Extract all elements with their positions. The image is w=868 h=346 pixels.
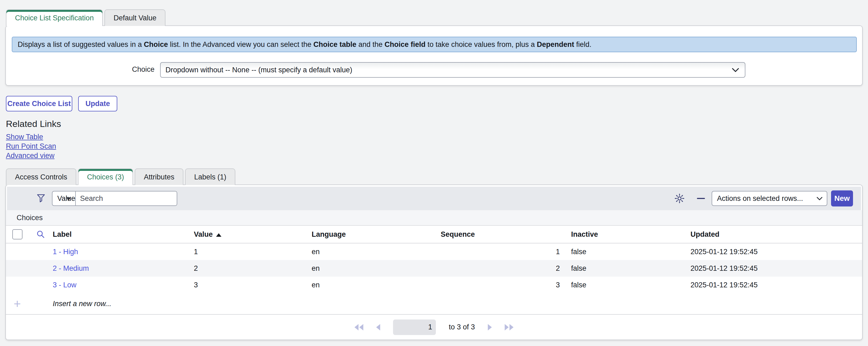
- column-header-sequence[interactable]: Sequence: [441, 230, 562, 239]
- choice-select[interactable]: Dropdown without -- None -- (must specif…: [160, 62, 745, 78]
- form-tab-bar: Choice List Specification Default Value: [6, 9, 167, 26]
- cell-sequence: 2: [441, 264, 562, 273]
- collapse-dash-icon[interactable]: [697, 198, 705, 199]
- cell-updated: 2025-01-12 19:52:45: [680, 264, 862, 273]
- cell-value: 3: [194, 281, 312, 289]
- pagination-bar: to 3 of 3: [6, 314, 862, 340]
- cell-sequence: 1: [441, 248, 562, 256]
- select-all-checkbox[interactable]: [12, 229, 23, 240]
- actions-on-selected-rows-select[interactable]: Actions on selected rows...: [712, 191, 827, 206]
- plus-icon[interactable]: +: [14, 297, 21, 310]
- cell-sequence: 3: [441, 281, 562, 289]
- last-page-icon[interactable]: [505, 324, 514, 331]
- new-button[interactable]: New: [831, 190, 853, 207]
- insert-new-row[interactable]: + Insert a new row...: [6, 293, 862, 314]
- update-button[interactable]: Update: [78, 96, 117, 112]
- table-row: 2 - Medium 2 en 2 false 2025-01-12 19:52…: [6, 260, 862, 277]
- list-tab-bar: Access Controls Choices (3) Attributes L…: [6, 168, 237, 185]
- first-page-icon[interactable]: [354, 324, 363, 331]
- cell-language: en: [312, 264, 441, 273]
- tab-access-controls[interactable]: Access Controls: [6, 168, 76, 185]
- cell-inactive: false: [562, 248, 680, 256]
- related-links-title: Related Links: [6, 119, 61, 129]
- filter-funnel-icon[interactable]: [37, 194, 45, 203]
- tab-choices[interactable]: Choices (3): [78, 168, 133, 185]
- list-toolbar: Value Actions on selected rows...: [7, 187, 861, 210]
- link-run-point-scan[interactable]: Run Point Scan: [6, 142, 56, 151]
- list-search-group: Value: [52, 191, 177, 206]
- tab-default-value[interactable]: Default Value: [104, 9, 165, 26]
- table-row: 3 - Low 3 en 3 false 2025-01-12 19:52:45: [6, 277, 862, 293]
- cell-language: en: [312, 281, 441, 289]
- search-field-selector[interactable]: Value: [53, 191, 76, 206]
- row-link[interactable]: 3 - Low: [53, 281, 76, 289]
- column-header-label[interactable]: Label: [53, 230, 194, 239]
- tab-labels[interactable]: Labels (1): [185, 168, 235, 185]
- link-advanced-view[interactable]: Advanced view: [6, 152, 55, 160]
- choice-field-row: Choice Dropdown without -- None -- (must…: [6, 62, 862, 78]
- list-caption: Choices: [6, 210, 862, 226]
- hamburger-menu-icon[interactable]: [17, 195, 25, 202]
- choice-select-value: Dropdown without -- None -- (must specif…: [165, 66, 352, 74]
- cell-updated: 2025-01-12 19:52:45: [680, 248, 862, 256]
- next-page-icon[interactable]: [488, 324, 492, 331]
- cell-value: 1: [194, 248, 312, 256]
- chevron-down-icon: [732, 68, 739, 72]
- previous-page-icon[interactable]: [376, 324, 380, 331]
- info-message: Displays a list of suggested values in a…: [12, 37, 857, 52]
- tab-choice-list-specification[interactable]: Choice List Specification: [6, 9, 103, 26]
- list-header-row: Label Value Language Sequence Inactive U…: [6, 226, 862, 244]
- sort-ascending-icon: [216, 233, 221, 237]
- dropdown-triangle-icon: [66, 197, 71, 200]
- insert-row-label[interactable]: Insert a new row...: [53, 300, 194, 308]
- gear-icon[interactable]: [674, 193, 685, 204]
- row-link[interactable]: 1 - High: [53, 248, 78, 256]
- cell-language: en: [312, 248, 441, 256]
- current-page-input[interactable]: [393, 319, 436, 335]
- choice-field-label: Choice: [67, 65, 154, 74]
- column-header-inactive[interactable]: Inactive: [562, 230, 680, 239]
- create-choice-list-button[interactable]: Create Choice List: [6, 96, 72, 112]
- tab-attributes[interactable]: Attributes: [135, 168, 183, 185]
- table-row: 1 - High 1 en 1 false 2025-01-12 19:52:4…: [6, 244, 862, 260]
- page-range-text: to 3 of 3: [449, 323, 475, 331]
- row-link[interactable]: 2 - Medium: [53, 264, 89, 272]
- cell-inactive: false: [562, 281, 680, 289]
- choice-list-specification-panel: Displays a list of suggested values in a…: [5, 26, 863, 86]
- search-input[interactable]: [76, 191, 177, 206]
- column-header-language[interactable]: Language: [312, 230, 441, 239]
- choices-list-panel: Value Actions on selected rows...: [5, 185, 863, 340]
- link-show-table[interactable]: Show Table: [6, 133, 43, 141]
- chevron-down-icon: [816, 197, 823, 200]
- cell-value: 2: [194, 264, 312, 273]
- info-text: Displays a list of suggested values in a…: [18, 40, 591, 49]
- cell-updated: 2025-01-12 19:52:45: [680, 281, 862, 289]
- column-header-updated[interactable]: Updated: [680, 230, 862, 239]
- actions-select-value: Actions on selected rows...: [717, 194, 803, 203]
- column-header-value[interactable]: Value: [194, 230, 312, 239]
- column-search-icon[interactable]: [29, 230, 53, 239]
- cell-inactive: false: [562, 264, 680, 273]
